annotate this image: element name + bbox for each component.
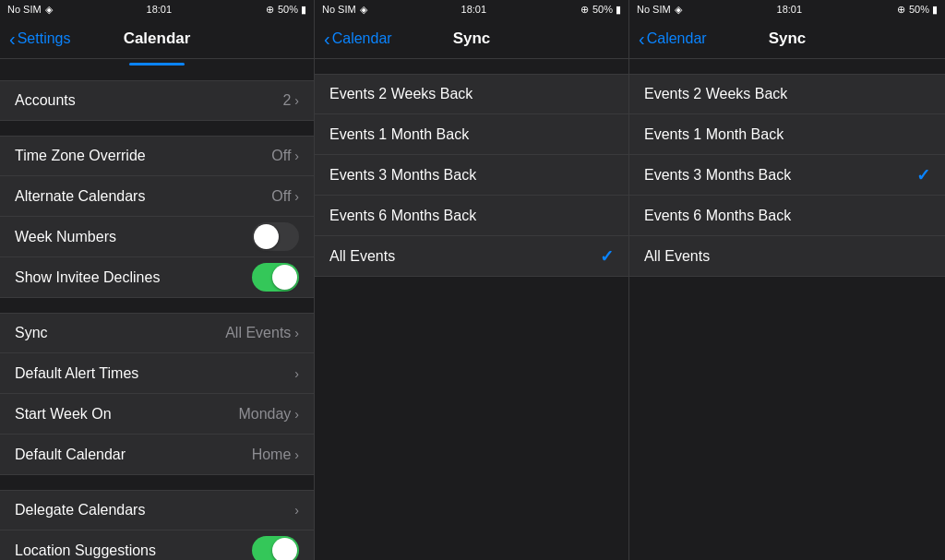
- signal-icon-middle: ◈: [360, 4, 367, 16]
- back-label-right[interactable]: Calendar: [647, 30, 707, 47]
- middle-sync-6months[interactable]: Events 6 Months Back: [315, 196, 628, 236]
- right-sync-6months[interactable]: Events 6 Months Back: [629, 196, 945, 236]
- start-week-item[interactable]: Start Week On Monday ›: [0, 394, 314, 435]
- middle-sync-2weeks-label: Events 2 Weeks Back: [329, 86, 614, 102]
- location-suggestions-knob: [272, 538, 297, 560]
- right-sync-list: Events 2 Weeks Back Events 1 Month Back …: [629, 74, 945, 277]
- right-sync-2weeks[interactable]: Events 2 Weeks Back: [629, 74, 945, 114]
- delegate-group: Delegate Calendars › Location Suggestion…: [0, 490, 314, 560]
- right-panel: No SIM ◈ 18:01 ⊕ 50% ▮ ‹ Calendar Sync E…: [629, 0, 945, 560]
- nav-bar-right: ‹ Calendar Sync: [629, 18, 945, 59]
- right-sync-all[interactable]: All Events: [629, 236, 945, 277]
- right-sync-6months-label: Events 6 Months Back: [644, 208, 930, 224]
- right-sync-3months[interactable]: Events 3 Months Back ✓: [629, 155, 945, 196]
- group-spacer-3: [0, 298, 314, 313]
- back-button-right[interactable]: ‹ Calendar: [639, 30, 707, 48]
- status-bar-middle: No SIM ◈ 18:01 ⊕ 50% ▮: [315, 0, 628, 18]
- start-week-label: Start Week On: [15, 406, 238, 423]
- show-invitee-toggle[interactable]: [252, 263, 299, 292]
- middle-sync-all-label: All Events: [329, 248, 600, 265]
- nav-bar-left: ‹ Settings Calendar: [0, 18, 314, 59]
- back-chevron-left: ‹: [9, 30, 16, 48]
- back-button-left[interactable]: ‹ Settings: [9, 30, 70, 48]
- week-numbers-item: Week Numbers: [0, 217, 314, 257]
- alternate-calendars-label: Alternate Calendars: [15, 188, 271, 205]
- week-numbers-label: Week Numbers: [15, 229, 252, 245]
- right-sync-2weeks-label: Events 2 Weeks Back: [644, 86, 930, 102]
- sync-item[interactable]: Sync All Events ›: [0, 313, 314, 353]
- timezone-label: Time Zone Override: [15, 148, 271, 164]
- nav-title-right: Sync: [769, 30, 807, 48]
- middle-sync-1month[interactable]: Events 1 Month Back: [315, 114, 628, 155]
- nav-bar-middle: ‹ Calendar Sync: [315, 18, 628, 59]
- back-chevron-middle: ‹: [324, 30, 330, 48]
- time-middle: 18:01: [461, 4, 487, 15]
- timezone-chevron: ›: [294, 149, 299, 163]
- status-bar-left: No SIM ◈ 18:01 ⊕ 50% ▮: [0, 0, 314, 18]
- battery-right: 50% ▮: [909, 4, 938, 16]
- right-sync-1month-label: Events 1 Month Back: [644, 126, 930, 143]
- alternate-calendars-value: Off: [271, 188, 291, 205]
- right-sync-all-label: All Events: [644, 248, 930, 265]
- default-calendar-label: Default Calendar: [15, 447, 252, 463]
- default-calendar-value: Home: [252, 447, 292, 463]
- location-suggestions-toggle[interactable]: [252, 536, 299, 560]
- status-bar-right: No SIM ◈ 18:01 ⊕ 50% ▮: [629, 0, 945, 18]
- default-alert-chevron: ›: [294, 366, 299, 381]
- middle-panel: No SIM ◈ 18:01 ⊕ 50% ▮ ‹ Calendar Sync E…: [315, 0, 629, 560]
- battery-left: 50% ▮: [278, 4, 306, 16]
- middle-sync-6months-label: Events 6 Months Back: [329, 208, 614, 224]
- alternate-calendars-item[interactable]: Alternate Calendars Off ›: [0, 176, 314, 217]
- start-week-value: Monday: [238, 406, 291, 423]
- accounts-chevron: ›: [294, 93, 299, 108]
- middle-sync-2weeks[interactable]: Events 2 Weeks Back: [315, 74, 628, 114]
- delegate-calendars-chevron: ›: [294, 503, 299, 518]
- left-panel: No SIM ◈ 18:01 ⊕ 50% ▮ ‹ Settings Calend…: [0, 0, 315, 560]
- week-numbers-toggle[interactable]: [252, 222, 299, 251]
- nav-title-middle: Sync: [453, 30, 491, 48]
- gps-icon-right: ⊕: [897, 4, 905, 16]
- group-spacer-2: [0, 121, 314, 136]
- middle-sync-all[interactable]: All Events ✓: [315, 236, 628, 277]
- accounts-item[interactable]: Accounts 2 ›: [0, 80, 314, 121]
- back-label-middle[interactable]: Calendar: [332, 30, 392, 47]
- delegate-calendars-item[interactable]: Delegate Calendars ›: [0, 490, 314, 530]
- middle-spacer-top: [315, 59, 628, 74]
- accounts-badge: 2: [282, 92, 291, 109]
- right-sync-3months-check: ✓: [916, 165, 930, 185]
- timezone-override-item[interactable]: Time Zone Override Off ›: [0, 136, 314, 176]
- middle-sync-all-check: ✓: [600, 246, 614, 267]
- alternate-calendars-chevron: ›: [294, 189, 299, 204]
- signal-icon-left: ◈: [45, 4, 53, 16]
- location-suggestions-label: Location Suggestions: [15, 542, 252, 559]
- right-sync-3months-label: Events 3 Months Back: [644, 167, 916, 184]
- middle-sync-3months[interactable]: Events 3 Months Back: [315, 155, 628, 196]
- no-sim-middle: No SIM: [322, 4, 356, 15]
- middle-scroll-content: Events 2 Weeks Back Events 1 Month Back …: [315, 59, 628, 560]
- right-spacer-top: [629, 59, 945, 74]
- battery-middle: 50% ▮: [592, 4, 621, 16]
- sync-value: All Events: [225, 325, 291, 341]
- week-numbers-knob: [254, 224, 279, 249]
- back-chevron-right: ‹: [639, 30, 645, 48]
- right-sync-1month[interactable]: Events 1 Month Back: [629, 114, 945, 155]
- default-calendar-item[interactable]: Default Calendar Home ›: [0, 435, 314, 475]
- no-sim-left: No SIM: [7, 4, 42, 15]
- delegate-calendars-label: Delegate Calendars: [15, 502, 294, 518]
- middle-sync-1month-label: Events 1 Month Back: [329, 126, 614, 143]
- accounts-group: Accounts 2 ›: [0, 80, 314, 121]
- accounts-label: Accounts: [15, 92, 282, 109]
- back-button-middle[interactable]: ‹ Calendar: [324, 30, 392, 48]
- default-alert-item[interactable]: Default Alert Times ›: [0, 353, 314, 394]
- default-calendar-chevron: ›: [294, 447, 299, 462]
- time-left: 18:01: [147, 4, 173, 15]
- signal-icon-right: ◈: [675, 4, 682, 16]
- start-week-chevron: ›: [294, 407, 299, 422]
- middle-sync-list: Events 2 Weeks Back Events 1 Month Back …: [315, 74, 628, 277]
- left-scroll-content: Accounts 2 › Time Zone Override Off › Al…: [0, 66, 314, 560]
- sync-chevron: ›: [294, 326, 299, 340]
- time-right: 18:01: [777, 4, 803, 15]
- show-invitee-knob: [272, 265, 297, 290]
- no-sim-right: No SIM: [637, 4, 671, 15]
- back-label-left[interactable]: Settings: [18, 30, 71, 47]
